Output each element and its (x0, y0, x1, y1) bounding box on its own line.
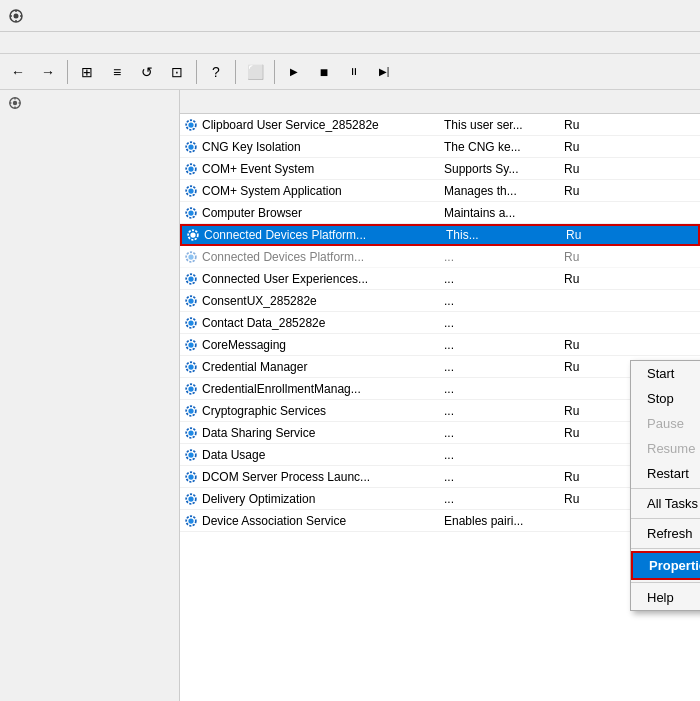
service-description: This... (442, 228, 562, 242)
context-menu-item-help[interactable]: Help (631, 585, 700, 610)
service-row[interactable]: Device Association ServiceEnables pairi.… (180, 510, 700, 532)
service-gear-icon (184, 514, 198, 528)
back-button[interactable]: ← (4, 58, 32, 86)
help-button[interactable]: ? (202, 58, 230, 86)
services-list[interactable]: Clipboard User Service_285282eThis user … (180, 114, 700, 701)
svg-point-12 (188, 122, 193, 127)
service-description: ... (440, 294, 560, 308)
service-gear-icon (184, 448, 198, 462)
toolbar-separator-1 (67, 60, 68, 84)
service-row[interactable]: Connected User Experiences......Ru (180, 268, 700, 290)
context-menu-item-stop[interactable]: Stop (631, 386, 700, 411)
context-menu-separator (631, 518, 700, 519)
svg-point-46 (188, 496, 193, 501)
service-row[interactable]: Credential Manager...Ru (180, 356, 700, 378)
svg-point-18 (188, 188, 193, 193)
service-status: Ru (562, 228, 602, 242)
title-bar (0, 0, 700, 32)
service-name: Computer Browser (180, 206, 440, 220)
service-description: ... (440, 338, 560, 352)
start-service-button[interactable]: ▶ (280, 58, 308, 86)
list-view-button[interactable]: ≡ (103, 58, 131, 86)
restart-service-button[interactable]: ▶| (370, 58, 398, 86)
menu-view[interactable] (36, 41, 52, 45)
svg-point-42 (188, 452, 193, 457)
service-row[interactable]: Clipboard User Service_285282eThis user … (180, 114, 700, 136)
pause-service-button[interactable]: ⏸ (340, 58, 368, 86)
svg-point-40 (188, 430, 193, 435)
service-name: Data Usage (180, 448, 440, 462)
service-row[interactable]: COM+ Event SystemSupports Sy...Ru (180, 158, 700, 180)
service-gear-icon (184, 250, 198, 264)
service-name: CredentialEnrollmentManag... (180, 382, 440, 396)
show-hide-button[interactable]: ⊞ (73, 58, 101, 86)
context-menu-item-properties[interactable]: Properties (631, 551, 700, 580)
service-status: Ru (560, 470, 600, 484)
svg-point-14 (188, 144, 193, 149)
menu-file[interactable] (4, 41, 20, 45)
service-description: ... (440, 250, 560, 264)
service-status: Ru (560, 162, 600, 176)
service-row[interactable]: ConsentUX_285282e... (180, 290, 700, 312)
svg-point-38 (188, 408, 193, 413)
forward-button[interactable]: → (34, 58, 62, 86)
svg-point-34 (188, 364, 193, 369)
svg-point-16 (188, 166, 193, 171)
right-panel: Clipboard User Service_285282eThis user … (180, 90, 700, 701)
service-description: ... (440, 426, 560, 440)
service-row[interactable]: CredentialEnrollmentManag...... (180, 378, 700, 400)
services-local-icon (8, 96, 22, 110)
service-description: Enables pairi... (440, 514, 560, 528)
context-menu-item-refresh[interactable]: Refresh (631, 521, 700, 546)
context-menu-item-start[interactable]: Start (631, 361, 700, 386)
service-row[interactable]: DCOM Server Process Launc......Ru (180, 466, 700, 488)
service-name: Data Sharing Service (180, 426, 440, 440)
menu-action[interactable] (20, 41, 36, 45)
context-menu-item-restart[interactable]: Restart (631, 461, 700, 486)
properties-button[interactable]: ⬜ (241, 58, 269, 86)
service-gear-icon (184, 140, 198, 154)
service-status: Ru (560, 250, 600, 264)
service-gear-icon (184, 338, 198, 352)
service-description: ... (440, 448, 560, 462)
service-gear-icon (184, 272, 198, 286)
context-menu-item-all_tasks[interactable]: All Tasks▶ (631, 491, 700, 516)
service-row[interactable]: Data Sharing Service...Ru (180, 422, 700, 444)
service-gear-icon (184, 184, 198, 198)
context-menu-item-resume: Resume (631, 436, 700, 461)
service-status: Ru (560, 492, 600, 506)
toolbar-separator-4 (274, 60, 275, 84)
service-row[interactable]: CNG Key IsolationThe CNG ke...Ru (180, 136, 700, 158)
svg-point-44 (188, 474, 193, 479)
service-row[interactable]: Connected Devices Platform...This...Ru (180, 224, 700, 246)
services-local-node[interactable] (2, 92, 177, 114)
service-row[interactable]: Cryptographic Services...Ru (180, 400, 700, 422)
service-row[interactable]: Data Usage... (180, 444, 700, 466)
service-description: The CNG ke... (440, 140, 560, 154)
service-description: ... (440, 360, 560, 374)
service-row[interactable]: Contact Data_285282e... (180, 312, 700, 334)
svg-point-30 (188, 320, 193, 325)
service-row[interactable]: Computer BrowserMaintains a... (180, 202, 700, 224)
service-gear-icon (186, 228, 200, 242)
service-name: Device Association Service (180, 514, 440, 528)
service-gear-icon (184, 470, 198, 484)
service-row[interactable]: CoreMessaging...Ru (180, 334, 700, 356)
refresh-button[interactable]: ↺ (133, 58, 161, 86)
service-gear-icon (184, 118, 198, 132)
svg-point-24 (188, 254, 193, 259)
service-name: COM+ System Application (180, 184, 440, 198)
service-row[interactable]: Delivery Optimization...Ru (180, 488, 700, 510)
service-description: ... (440, 404, 560, 418)
stop-service-button[interactable]: ■ (310, 58, 338, 86)
service-description: Manages th... (440, 184, 560, 198)
service-status: Ru (560, 272, 600, 286)
menu-help[interactable] (52, 41, 68, 45)
svg-point-20 (188, 210, 193, 215)
service-status: Ru (560, 404, 600, 418)
service-row[interactable]: Connected Devices Platform......Ru (180, 246, 700, 268)
app-icon (8, 8, 24, 24)
svg-point-22 (190, 232, 195, 237)
export-button[interactable]: ⊡ (163, 58, 191, 86)
service-row[interactable]: COM+ System ApplicationManages th...Ru (180, 180, 700, 202)
